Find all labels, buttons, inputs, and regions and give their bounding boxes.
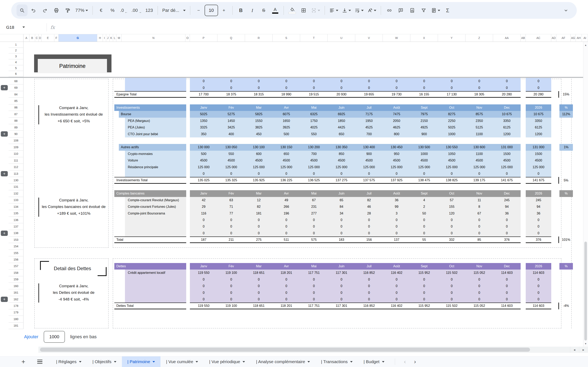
cell[interactable]: Avr — [273, 190, 300, 197]
year-2026-cell[interactable]: 0 — [526, 170, 551, 177]
add-rows-count-input[interactable]: 1000 — [44, 331, 65, 343]
cell[interactable]: 550 — [217, 151, 245, 157]
cell[interactable]: Janv — [190, 190, 217, 197]
more-formats-button[interactable]: 123 — [144, 4, 155, 16]
year-2026-cell[interactable]: 1200 — [526, 131, 551, 137]
cell[interactable]: 130 450 — [383, 144, 410, 150]
row-header-132[interactable]: 132 — [9, 190, 24, 197]
cell[interactable]: 4500 — [438, 157, 466, 164]
row-label[interactable] — [125, 78, 186, 84]
cell[interactable]: 0 — [466, 84, 493, 91]
column-header-Z[interactable]: Z — [466, 34, 493, 42]
functions-button[interactable]: Σ — [442, 4, 453, 16]
insert-link-button[interactable] — [384, 4, 395, 16]
cell[interactable]: 0 — [410, 84, 438, 91]
cell[interactable]: 125 000 — [190, 164, 217, 170]
cell[interactable]: 4500 — [355, 157, 383, 164]
cell[interactable]: 131 000 — [493, 144, 521, 150]
cell[interactable]: 34 — [328, 210, 355, 217]
cell[interactable]: 550 — [300, 131, 328, 137]
row-label[interactable]: Compte-courant Fortuneo (Jules) — [125, 203, 186, 210]
cell[interactable]: 125 000 — [300, 164, 328, 170]
cell[interactable]: 0 — [328, 230, 355, 236]
cell[interactable]: 82 — [245, 203, 273, 210]
cell[interactable]: 0 — [245, 170, 273, 177]
cell[interactable]: 0 — [355, 78, 383, 84]
cell[interactable]: 0 — [300, 223, 328, 230]
cell[interactable]: 29 — [190, 203, 217, 210]
cell[interactable]: 376 — [493, 237, 521, 242]
column-header-M[interactable]: M — [116, 34, 122, 42]
cell[interactable]: 65 — [328, 197, 355, 203]
cell[interactable]: 0 — [273, 283, 300, 289]
note-dettes[interactable]: Comparé à Janv, les Dettes ont évolué de… — [40, 283, 107, 303]
cell[interactable]: Mar — [245, 104, 273, 111]
cell[interactable]: 5125 — [466, 124, 493, 131]
cell[interactable]: 50 — [410, 210, 438, 217]
cell[interactable]: 19 515 — [300, 92, 328, 97]
year-2026-cell[interactable]: 0 — [526, 283, 551, 289]
row-label[interactable] — [125, 296, 186, 303]
font-size-input[interactable]: 10 — [205, 5, 218, 16]
column-header-AA[interactable]: AA — [493, 34, 521, 42]
cell[interactable]: 0 — [383, 217, 410, 223]
format-percent-button[interactable]: % — [107, 4, 118, 16]
column-header-AD[interactable]: AD — [551, 34, 556, 42]
cell[interactable]: 0 — [466, 78, 493, 84]
cell[interactable]: Mar — [245, 263, 273, 269]
create-filter-button[interactable] — [418, 4, 429, 16]
cell[interactable]: 4500 — [328, 157, 355, 164]
cell[interactable]: 4500 — [273, 157, 300, 164]
cell[interactable]: 0 — [493, 276, 521, 283]
cell[interactable]: 0 — [217, 84, 245, 91]
cell[interactable]: 137 — [383, 237, 410, 242]
select-all-corner[interactable] — [0, 34, 24, 42]
cell[interactable]: 0 — [245, 296, 273, 303]
year-2026-cell[interactable]: 2026 — [526, 190, 551, 197]
cell[interactable]: 0 — [217, 289, 245, 296]
percent-cell[interactable]: % — [559, 190, 573, 197]
cell[interactable]: 1650 — [273, 118, 300, 124]
text-color-button[interactable]: A — [270, 4, 281, 16]
row-label[interactable] — [125, 170, 186, 177]
text-wrap-button[interactable] — [353, 4, 365, 16]
cell[interactable]: 17 700 — [190, 92, 217, 97]
cell[interactable]: 130 500 — [410, 144, 438, 150]
row-header-161[interactable]: 161 — [9, 289, 24, 296]
cell[interactable]: 650 — [273, 151, 300, 157]
column-header-X[interactable]: X — [410, 34, 438, 42]
cell[interactable]: 0 — [300, 283, 328, 289]
year-2026-cell[interactable]: 3350 — [526, 118, 551, 124]
cell[interactable]: 400 — [217, 131, 245, 137]
cell[interactable]: 1750 — [300, 118, 328, 124]
year-2026-cell[interactable]: 114 603 — [526, 303, 551, 309]
cell[interactable]: 0 — [245, 289, 273, 296]
cell[interactable]: 0 — [190, 78, 217, 84]
increase-decimal-button[interactable]: .00→ — [130, 4, 143, 16]
cell[interactable]: Juin — [328, 190, 355, 197]
cell[interactable]: 8275 — [438, 111, 466, 117]
cell[interactable]: 0 — [466, 170, 493, 177]
cell[interactable]: 0 — [245, 84, 273, 91]
cell[interactable]: 71 — [217, 203, 245, 210]
cell[interactable]: 85 — [466, 237, 493, 242]
cell[interactable]: 0 — [190, 170, 217, 177]
cell[interactable]: 0 — [300, 170, 328, 177]
cell[interactable]: 2050 — [383, 118, 410, 124]
cell[interactable]: 117 751 — [300, 303, 328, 309]
row-label[interactable]: PEA (Jules) — [125, 124, 186, 131]
expand-group-button[interactable]: + — [1, 171, 8, 176]
cell[interactable]: 137 275 — [328, 177, 355, 183]
percent-cell[interactable]: 112% — [559, 111, 573, 117]
cell[interactable]: 130 050 — [217, 144, 245, 150]
cell[interactable]: 0 — [328, 84, 355, 91]
cell[interactable]: 0 — [245, 230, 273, 236]
year-2026-cell[interactable]: 114 603 — [526, 269, 551, 276]
row-header-134[interactable]: 134 — [9, 203, 24, 210]
cell[interactable]: 114 603 — [493, 269, 521, 276]
column-header-H[interactable]: H — [97, 34, 103, 42]
row-label[interactable]: Résidence principale — [125, 164, 186, 170]
cell[interactable]: 125 000 — [438, 164, 466, 170]
cell[interactable]: 20 280 — [493, 92, 521, 97]
cell[interactable]: 2350 — [466, 118, 493, 124]
